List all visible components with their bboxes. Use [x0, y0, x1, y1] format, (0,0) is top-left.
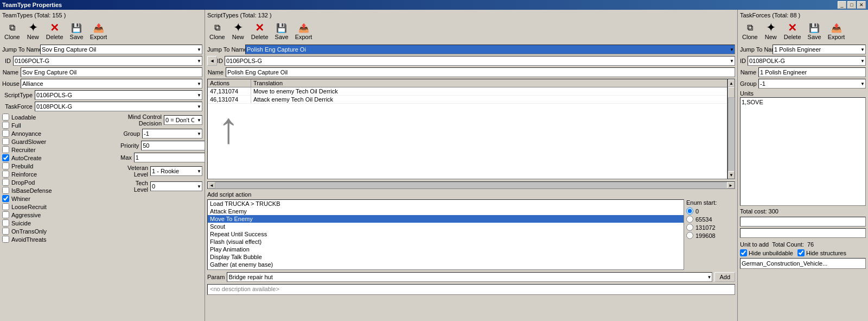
scroll-track-h: [215, 182, 727, 188]
ct-jump-to-name-select[interactable]: Polish Eng Capture Oi: [245, 45, 735, 54]
ct-new-button[interactable]: ✦ New: [229, 21, 247, 41]
scroll-track: [728, 87, 735, 171]
scripttype-select[interactable]: 0106POLS-G: [35, 90, 202, 100]
rt-name-input[interactable]: [758, 67, 866, 77]
rt-group-row: Group -1: [740, 79, 866, 89]
name-input[interactable]: [21, 67, 202, 77]
house-select-wrapper: Alliance Soviet Neutral: [21, 79, 202, 89]
script-row-2[interactable]: 46,131074 Attack enemy Tech Oil Derrick: [208, 96, 727, 104]
rt-new-button[interactable]: ✦ New: [762, 21, 780, 41]
prebuild-checkbox[interactable]: [2, 162, 9, 169]
whiner-checkbox[interactable]: [2, 195, 9, 202]
ct-jump-to-name-row: Jump To Name Polish Eng Capture Oi: [207, 45, 735, 54]
id-select[interactable]: 0106POLT-G: [13, 56, 202, 66]
taskforce-select[interactable]: 0108POLK-G: [35, 102, 202, 111]
ct-delete-button[interactable]: ✕ Delete: [249, 21, 271, 41]
teamtypes-panel: TeamTypes (Total: 155 ) ⧉ Clone ✦ New ✕ …: [0, 10, 205, 321]
rt-delete-button[interactable]: ✕ Delete: [782, 21, 803, 41]
ontransonly-checkbox[interactable]: [2, 228, 9, 235]
scroll-right-button[interactable]: ►: [727, 182, 735, 188]
scroll-down-button[interactable]: ▼: [728, 171, 735, 179]
ct-id-select[interactable]: 0106POLS-G: [225, 56, 735, 66]
veteran-select[interactable]: 1 - Rookie: [150, 166, 202, 176]
house-select[interactable]: Alliance Soviet Neutral: [21, 79, 202, 89]
max-input[interactable]: [134, 153, 205, 162]
rt-new-icon: ✦: [764, 22, 777, 34]
loadable-checkbox[interactable]: [2, 114, 9, 121]
maximize-button[interactable]: □: [847, 1, 856, 9]
rt-id-select[interactable]: 0108POLK-G: [748, 56, 866, 66]
veteran-level-row: Veteran Level 1 - Rookie: [120, 165, 202, 178]
checkboxes-section: Loadable Full Annoyance GuardSlower Recr: [2, 114, 118, 244]
recruiter-checkbox[interactable]: [2, 146, 9, 153]
script-area: Actions Translation 47,131074 Move to en…: [207, 79, 735, 179]
export-button[interactable]: 📤 Export: [88, 21, 110, 41]
tech-select[interactable]: 0: [150, 181, 202, 191]
aggressive-checkbox[interactable]: [2, 211, 9, 218]
whiner-row: Whiner: [2, 195, 118, 202]
enum-65534-radio[interactable]: [686, 216, 693, 223]
jump-to-name-select[interactable]: Sov Eng Capture Oil: [40, 45, 202, 54]
looserecruit-checkbox[interactable]: [2, 203, 9, 210]
taskforce-select-wrapper: 0108POLK-G: [35, 102, 202, 111]
ct-save-button[interactable]: 💾 Save: [273, 21, 291, 41]
autocreate-row: AutoCreate: [2, 154, 118, 161]
guardslower-row: GuardSlower: [2, 138, 118, 145]
group-select[interactable]: -1: [142, 129, 202, 139]
rt-delete-icon: ✕: [786, 22, 799, 34]
scripttypes-title: ScriptTypes (Total: 132 ): [207, 12, 735, 18]
vehicle-dropdown[interactable]: German_Construction_Vehicle...: [740, 258, 866, 269]
scroll-up-button[interactable]: ▲: [728, 79, 735, 87]
action-item-flash[interactable]: Flash (visual effect): [208, 238, 684, 246]
hide-unbuildable-checkbox[interactable]: [740, 249, 747, 256]
ct-prev-button[interactable]: ◄: [207, 56, 217, 66]
reinforce-checkbox[interactable]: [2, 171, 9, 178]
droppod-checkbox[interactable]: [2, 179, 9, 186]
action-item-display[interactable]: Display Talk Bubble: [208, 253, 684, 261]
scripttype-row: ScriptType 0106POLS-G: [2, 90, 202, 100]
action-item-move[interactable]: Move To Enemy: [208, 215, 684, 223]
enum-199608-radio[interactable]: [686, 232, 693, 239]
action-item-load[interactable]: Load TRUCKA > TRUCKB: [208, 200, 684, 207]
rt-jump-to-name-select[interactable]: 1 Polish Engineer: [773, 45, 866, 54]
clone-button[interactable]: ⧉ Clone: [2, 21, 22, 41]
minimize-button[interactable]: _: [838, 1, 846, 9]
ct-name-input[interactable]: [226, 67, 735, 77]
add-action-button[interactable]: Add: [714, 272, 735, 282]
prebuild-row: Prebuild: [2, 162, 118, 169]
full-checkbox[interactable]: [2, 122, 9, 129]
avoidthreats-checkbox[interactable]: [2, 236, 9, 243]
ct-clone-button[interactable]: ⧉ Clone: [207, 21, 227, 41]
priority-input[interactable]: [141, 141, 205, 150]
ct-export-button[interactable]: 📤 Export: [293, 21, 315, 41]
annoyance-checkbox[interactable]: [2, 130, 9, 137]
guardslower-checkbox[interactable]: [2, 138, 9, 145]
action-item-gather[interactable]: Gather (at enemy base): [208, 261, 684, 268]
autocreate-checkbox[interactable]: [2, 154, 9, 161]
mind-control-select[interactable]: 0 = Don't Care: [164, 115, 202, 125]
action-item-play[interactable]: Play Animation: [208, 246, 684, 253]
rt-export-button[interactable]: 📤 Export: [826, 21, 847, 41]
scripttype-label: ScriptType: [2, 92, 35, 98]
hide-structures-checkbox[interactable]: [797, 249, 805, 256]
action-item-repeat[interactable]: Repeat Until Success: [208, 230, 684, 238]
enum-131072-radio[interactable]: [686, 224, 693, 231]
scroll-left-button[interactable]: ◄: [208, 182, 215, 188]
action-item-scout[interactable]: Scout: [208, 223, 684, 230]
save-button[interactable]: 💾 Save: [68, 21, 86, 41]
delete-button[interactable]: ✕ Delete: [44, 21, 66, 41]
rt-save-button[interactable]: 💾 Save: [806, 21, 824, 41]
group-label: Group: [120, 130, 142, 137]
close-button[interactable]: ✕: [857, 1, 866, 9]
isbasedefense-checkbox[interactable]: [2, 187, 9, 194]
action-item-attack[interactable]: Attack Enemy: [208, 207, 684, 215]
rt-id-label: ID: [740, 58, 748, 64]
extra-field-1: [740, 217, 866, 226]
rt-group-select[interactable]: -1: [758, 79, 866, 89]
script-row-1[interactable]: 47,131074 Move to enemy Tech Oil Derrick: [208, 87, 727, 96]
new-button[interactable]: ✦ New: [24, 21, 42, 41]
enum-0-radio[interactable]: [686, 207, 693, 215]
suicide-checkbox[interactable]: [2, 219, 9, 226]
rt-clone-button[interactable]: ⧉ Clone: [740, 21, 760, 41]
param-select[interactable]: Bridge repair hut: [227, 272, 712, 282]
